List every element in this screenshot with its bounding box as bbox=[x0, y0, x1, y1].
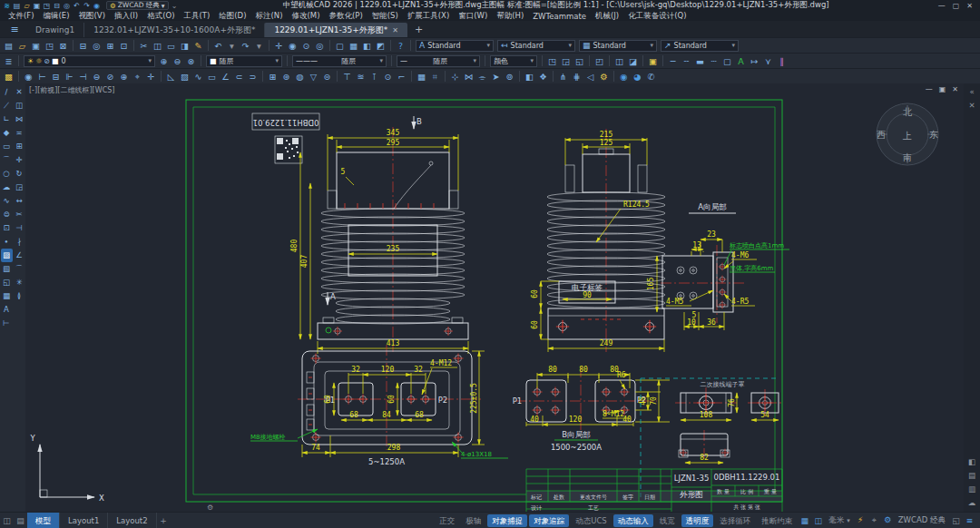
draworder-icon[interactable]: ◰ bbox=[593, 54, 606, 68]
open-file-icon[interactable]: ▱ bbox=[22, 2, 32, 10]
compass-north-label[interactable]: 北 bbox=[903, 107, 913, 117]
new-tab-button[interactable]: + bbox=[407, 24, 430, 35]
save-file-icon[interactable]: ▣ bbox=[32, 2, 42, 10]
doc-restore-icon[interactable]: ▣ bbox=[939, 85, 946, 93]
table-icon[interactable]: ▦ bbox=[1, 289, 13, 303]
pair-icon[interactable]: ⋔ bbox=[556, 70, 570, 83]
menu-item[interactable]: ZWTeammate bbox=[528, 12, 591, 21]
cloud-sync-icon[interactable]: ◕ bbox=[631, 70, 644, 83]
center-mark-icon[interactable]: ⌖ bbox=[131, 70, 144, 83]
hidden-line-icon[interactable]: ┄ bbox=[707, 54, 720, 68]
scrollbar-gear-icon[interactable]: ⚙ bbox=[207, 504, 213, 512]
gear-settings-icon[interactable]: ⚙ bbox=[597, 70, 611, 83]
close-button[interactable]: ✕ bbox=[966, 2, 973, 10]
revcloud-icon[interactable]: ☁ bbox=[1, 181, 13, 194]
design-center-icon[interactable]: ▤ bbox=[965, 469, 979, 483]
hatch-icon[interactable]: ▨ bbox=[1, 249, 13, 262]
help-info-icon[interactable]: ◉ bbox=[92, 2, 102, 10]
gear-part-icon[interactable]: ⊛ bbox=[279, 70, 293, 83]
menu-item[interactable]: 机械(J) bbox=[591, 11, 623, 22]
layer-lock-icon[interactable]: ⊘ bbox=[44, 57, 50, 65]
linetype-dropdown[interactable]: ——— 随层 ▾ bbox=[292, 55, 387, 67]
viewport-multi-icon[interactable]: ▦ bbox=[347, 39, 360, 53]
bom-table-icon[interactable]: ▦ bbox=[415, 70, 428, 83]
export-icon[interactable]: ⊠ bbox=[56, 39, 70, 53]
menu-item[interactable]: 编辑(E) bbox=[39, 11, 74, 22]
menu-item[interactable]: 绘图(D) bbox=[214, 11, 250, 22]
symmetry-icon[interactable]: ⋈ bbox=[462, 70, 475, 83]
screw-icon[interactable]: ⊩ bbox=[63, 70, 76, 83]
layer-on-bulb-icon[interactable]: ☀ bbox=[27, 57, 34, 65]
join-icon[interactable]: ≬ bbox=[14, 289, 25, 303]
text-tool-icon[interactable]: A bbox=[734, 54, 748, 68]
linetype-control-icon[interactable]: ╌ bbox=[680, 54, 693, 68]
viewport-controls-label[interactable]: [-][前视][二维线框][WCS] bbox=[29, 85, 114, 95]
clean-screen-cursor-icon[interactable]: ⌖ bbox=[867, 515, 881, 525]
compass-west-label[interactable]: 西 bbox=[877, 130, 886, 140]
frame-icon[interactable]: ❖ bbox=[536, 70, 550, 83]
panel-expand-icon[interactable]: « bbox=[965, 85, 979, 99]
isolate-objects-icon[interactable]: ⚡ bbox=[854, 515, 867, 525]
arrow-view-icon[interactable]: ➤ bbox=[489, 70, 503, 83]
construction-line-icon[interactable]: ⟋ bbox=[1, 99, 13, 112]
title-block-icon[interactable]: ◧ bbox=[523, 70, 536, 83]
save-as-icon[interactable]: ◳ bbox=[43, 39, 56, 53]
stud-icon[interactable]: ⊣ bbox=[76, 70, 90, 83]
layout-list-icon[interactable]: ▤ bbox=[14, 516, 27, 525]
cloud-panel-icon[interactable]: ☁ bbox=[965, 496, 979, 510]
model-space-icon[interactable]: ◫ bbox=[0, 516, 14, 525]
layer-previous-icon[interactable]: ⊖ bbox=[171, 54, 184, 68]
extend-icon[interactable]: ⊣ bbox=[14, 221, 25, 235]
viewport-single-icon[interactable]: ▢ bbox=[333, 39, 347, 53]
save-file-icon[interactable]: ▣ bbox=[29, 39, 43, 53]
text-style-dropdown[interactable]: A Standard ▾ bbox=[416, 40, 494, 52]
axis-icon[interactable]: ⊹ bbox=[448, 70, 462, 83]
unit-dropdown[interactable]: 毫米 ▾ bbox=[825, 515, 854, 526]
compass-east-label[interactable]: 东 bbox=[929, 130, 938, 140]
workspace-brand-label[interactable]: ZWCAD 经典 bbox=[895, 515, 949, 526]
copy-nested-icon[interactable]: ◫ bbox=[612, 54, 626, 68]
dim-style-dropdown[interactable]: ↤ Standard ▾ bbox=[497, 40, 575, 52]
color-control-icon[interactable]: ─ bbox=[666, 54, 680, 68]
spline-icon[interactable]: ∿ bbox=[1, 194, 13, 208]
move-icon[interactable]: ✛ bbox=[14, 153, 25, 167]
lineweight-control-icon[interactable]: ▬ bbox=[693, 54, 707, 68]
chamfer-icon[interactable]: ∠ bbox=[14, 249, 25, 262]
doc-minimize-icon[interactable]: — bbox=[926, 85, 933, 93]
trim-icon[interactable]: ✂ bbox=[14, 208, 25, 221]
redo-icon[interactable]: ↷ bbox=[82, 2, 92, 10]
leader-note-icon[interactable]: ⌐ bbox=[395, 70, 408, 83]
paste-icon[interactable]: ▭ bbox=[164, 39, 178, 53]
mirror-pair-icon[interactable]: ⋕ bbox=[570, 70, 583, 83]
fillet-icon[interactable]: ⌒ bbox=[14, 262, 25, 276]
layer-properties-icon[interactable]: ≣ bbox=[2, 54, 15, 68]
publish-icon[interactable]: ⊞ bbox=[103, 39, 117, 53]
dim-linear-icon[interactable]: ⊢ bbox=[1, 317, 13, 330]
plot-preview-icon[interactable]: ◎ bbox=[62, 2, 72, 10]
tolerance-icon[interactable]: ⊺ bbox=[368, 70, 381, 83]
status-toggle[interactable]: 选择循环 bbox=[715, 514, 755, 527]
point-icon[interactable]: ∙ bbox=[1, 235, 13, 249]
update-fields-icon[interactable]: ▣ bbox=[646, 54, 660, 68]
plot-preview-icon[interactable]: ◎ bbox=[90, 39, 103, 53]
status-toggle[interactable]: 对象捕捉 bbox=[487, 514, 527, 527]
bolt-top-icon[interactable]: ⊟ bbox=[49, 70, 63, 83]
new-file-icon[interactable]: ▤ bbox=[2, 39, 15, 53]
zw3d-icon[interactable]: ◉ bbox=[617, 70, 631, 83]
arc-icon[interactable]: ⌒ bbox=[1, 153, 13, 167]
mleader-tool-icon[interactable]: ⋎ bbox=[761, 54, 775, 68]
draw-line-icon[interactable]: ∕ bbox=[1, 85, 13, 99]
make-layer-current-icon[interactable]: ⊕ bbox=[157, 54, 171, 68]
revolve-icon[interactable]: ⊚ bbox=[503, 70, 516, 83]
status-toggle[interactable]: 正交 bbox=[435, 514, 459, 527]
status-toggle[interactable]: 极轴 bbox=[461, 514, 485, 527]
link-icon[interactable]: ✆ bbox=[644, 70, 658, 83]
sphere-icon[interactable]: ◍ bbox=[293, 70, 307, 83]
pin-icon[interactable]: ⊕ bbox=[117, 70, 131, 83]
hatch-steel-icon[interactable]: ▨ bbox=[178, 70, 191, 83]
layout-tab[interactable]: Layout1 bbox=[60, 513, 108, 528]
add-layout-button[interactable]: + bbox=[157, 516, 171, 525]
rectangle-icon[interactable]: ▭ bbox=[1, 140, 13, 153]
document-tab[interactable]: Drawing1 bbox=[25, 23, 83, 37]
render-icon[interactable]: ◩ bbox=[374, 39, 387, 53]
